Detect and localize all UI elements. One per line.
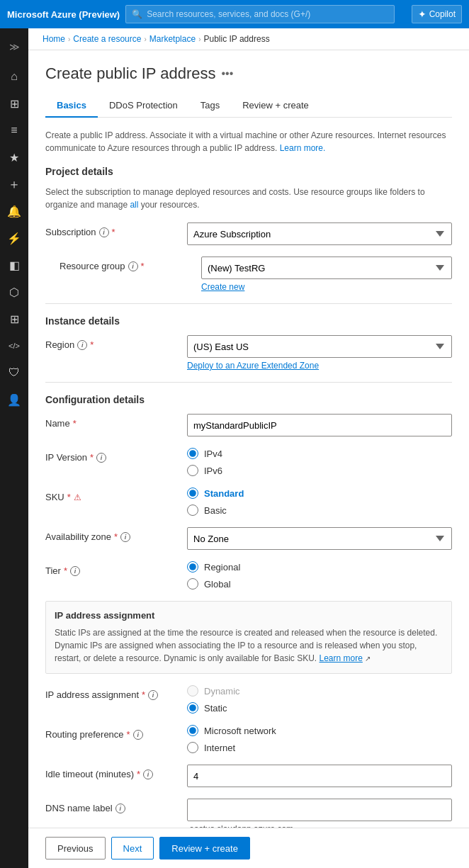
sidebar-item-home[interactable]: ⌂ — [1, 64, 27, 89]
ip-version-input-area: IPv4 IPv6 — [187, 448, 452, 476]
tier-info-icon[interactable]: i — [70, 566, 80, 576]
tier-input-area: Regional Global — [187, 561, 452, 590]
ip-assignment-dynamic[interactable]: Dynamic — [187, 685, 452, 697]
ip-assignment-desc: Static IPs are assigned at the time the … — [55, 626, 443, 665]
tab-review[interactable]: Review + create — [231, 94, 320, 118]
idle-timeout-input[interactable] — [187, 765, 452, 787]
idle-timeout-info-icon[interactable]: i — [143, 770, 153, 779]
sku-standard[interactable]: Standard — [187, 487, 452, 499]
sidebar-item-monitor[interactable]: ◧ — [1, 252, 27, 278]
sidebar-item-services[interactable]: ≡ — [1, 118, 27, 143]
sku-basic[interactable]: Basic — [187, 505, 452, 516]
routing-required: * — [127, 729, 130, 740]
breadcrumb-marketplace[interactable]: Marketplace — [149, 34, 196, 44]
ip-assignment-learn-more[interactable]: Learn more — [320, 653, 363, 663]
ip-assignment-static-radio[interactable] — [187, 702, 198, 714]
ip-version-ipv6-radio[interactable] — [187, 465, 198, 476]
resource-group-required: * — [141, 261, 145, 271]
sku-basic-radio[interactable] — [187, 505, 198, 516]
routing-internet-radio[interactable] — [187, 742, 198, 753]
copilot-button[interactable]: ✦ Copilot — [412, 5, 462, 23]
ip-version-ipv4[interactable]: IPv4 — [187, 448, 452, 459]
resource-group-select[interactable]: (New) TestRG — [201, 257, 452, 279]
sku-required: * — [67, 492, 71, 502]
tier-global[interactable]: Global — [187, 578, 452, 590]
tier-radio-group: Regional Global — [187, 561, 452, 590]
page-menu-icon[interactable]: ••• — [222, 67, 234, 80]
region-input-area: (US) East US Deploy to an Azure Extended… — [187, 335, 452, 371]
ip-version-field: IP Version * i IPv4 IPv6 — [45, 448, 452, 476]
name-input[interactable] — [187, 414, 452, 436]
breadcrumb-sep-1: › — [68, 35, 70, 43]
sidebar-item-lightning[interactable]: ⚡ — [1, 225, 27, 251]
tab-ddos[interactable]: DDoS Protection — [98, 94, 189, 118]
all-resources-link[interactable]: all — [130, 200, 138, 210]
routing-microsoft-radio[interactable] — [187, 725, 198, 736]
breadcrumb-sep-2: › — [144, 35, 146, 43]
breadcrumb-sep-3: › — [198, 35, 200, 43]
review-create-button[interactable]: Review + create — [159, 837, 250, 859]
sidebar-item-person[interactable]: 👤 — [1, 387, 27, 412]
sidebar-item-notifications[interactable]: 🔔 — [1, 198, 27, 224]
previous-button[interactable]: Previous — [45, 837, 106, 859]
routing-info-icon[interactable]: i — [133, 730, 143, 740]
page-content: Create public IP address ••• Basics DDoS… — [28, 50, 469, 828]
subscription-label: Subscription i * — [45, 222, 187, 237]
resource-group-info-icon[interactable]: i — [128, 261, 138, 271]
breadcrumb-home[interactable]: Home — [43, 34, 65, 44]
learn-more-link[interactable]: Learn more. — [280, 143, 326, 153]
ip-assignment-label: IP address assignment * i — [45, 685, 187, 700]
sidebar-expand-button[interactable]: ≫ — [1, 34, 27, 60]
name-input-area — [187, 414, 452, 436]
ip-version-required: * — [90, 452, 94, 463]
ip-assignment-static[interactable]: Static — [187, 702, 452, 714]
footer: Previous Next Review + create — [28, 828, 469, 868]
subscription-field: Subscription i * Azure Subscription — [45, 222, 452, 245]
az-info-icon[interactable]: i — [120, 532, 130, 542]
topbar: Microsoft Azure (Preview) 🔍 ✦ Copilot — [0, 0, 469, 28]
search-input[interactable] — [147, 9, 388, 19]
routing-preference-radio-group: Microsoft network Internet — [187, 725, 452, 753]
routing-microsoft[interactable]: Microsoft network — [187, 725, 452, 736]
ip-version-ipv4-radio[interactable] — [187, 448, 198, 459]
tier-regional-radio[interactable] — [187, 561, 198, 573]
deploy-link[interactable]: Deploy to an Azure Extended Zone — [187, 361, 452, 371]
dns-name-input[interactable] — [187, 799, 452, 821]
tier-regional[interactable]: Regional — [187, 561, 452, 573]
subscription-info-icon[interactable]: i — [99, 227, 109, 237]
ip-assignment-info-icon[interactable]: i — [148, 690, 158, 700]
availability-zone-field: Availability zone * i No Zone — [45, 527, 452, 550]
project-details-header: Project details — [45, 166, 452, 180]
dns-name-label: DNS name label i — [45, 799, 187, 813]
ip-version-ipv6[interactable]: IPv6 — [187, 465, 452, 476]
breadcrumb-create-resource[interactable]: Create a resource — [73, 34, 141, 44]
subscription-select[interactable]: Azure Subscription — [187, 222, 452, 245]
idle-timeout-label: Idle timeout (minutes) * i — [45, 765, 187, 779]
sidebar-item-grid[interactable]: ⊞ — [1, 306, 27, 332]
dns-name-info-icon[interactable]: i — [115, 804, 125, 813]
dns-name-field: DNS name label i .eastus.cloudapp.azure.… — [45, 799, 452, 828]
sidebar-item-favorites[interactable]: ★ — [1, 145, 27, 170]
availability-zone-select[interactable]: No Zone — [187, 527, 452, 550]
sidebar-item-dashboard[interactable]: ⊞ — [1, 91, 27, 116]
tier-global-radio[interactable] — [187, 578, 198, 590]
region-field: Region i * (US) East US Deploy to an Azu… — [45, 335, 452, 371]
resource-group-field: Resource group i * (New) TestRG Create n… — [45, 257, 452, 292]
next-button[interactable]: Next — [111, 837, 154, 859]
sidebar-item-resources[interactable]: ＋ — [1, 171, 27, 197]
breadcrumb-public-ip: Public IP address — [203, 34, 269, 44]
search-bar[interactable]: 🔍 — [125, 5, 395, 23]
sku-standard-radio[interactable] — [187, 487, 198, 499]
tab-basics[interactable]: Basics — [45, 94, 98, 118]
region-select[interactable]: (US) East US — [187, 335, 452, 358]
tab-tags[interactable]: Tags — [189, 94, 231, 118]
ip-version-info-icon[interactable]: i — [96, 453, 106, 463]
create-new-link[interactable]: Create new — [201, 282, 452, 292]
sidebar-item-code[interactable]: </> — [1, 333, 27, 359]
region-info-icon[interactable]: i — [77, 340, 87, 350]
sidebar-item-shield[interactable]: 🛡 — [1, 360, 27, 385]
sidebar-item-security[interactable]: ⬡ — [1, 279, 27, 305]
sku-warn-icon: ⚠ — [74, 492, 81, 502]
routing-internet[interactable]: Internet — [187, 742, 452, 753]
search-icon: 🔍 — [132, 9, 142, 19]
